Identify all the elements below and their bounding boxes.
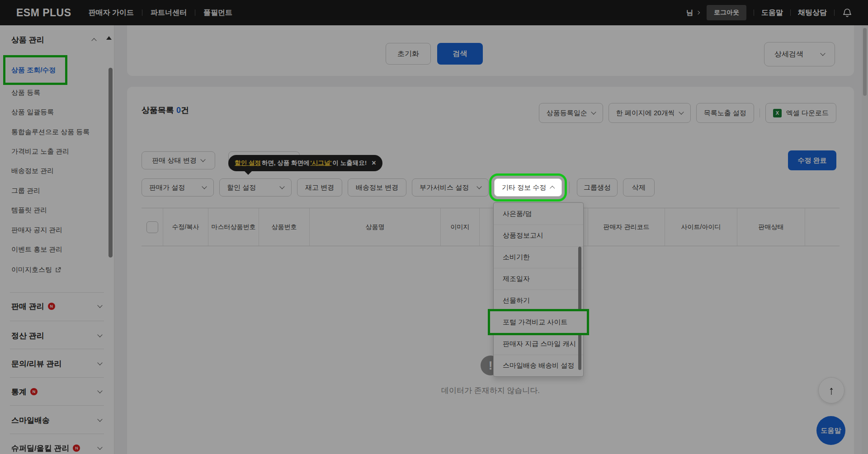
- divider: [790, 9, 791, 16]
- edit-complete-button[interactable]: 수정 완료: [788, 150, 836, 170]
- sidebar-item-group-mgmt[interactable]: 그룹 관리: [11, 184, 40, 197]
- page-scrollbar-track: [862, 25, 868, 454]
- chevron-down-icon: [97, 388, 102, 393]
- chevron-down-icon: [820, 51, 825, 56]
- empty-state: ! 데이터가 존재하지 않습니다.: [142, 356, 840, 396]
- menu-item-smile-delivery-fee[interactable]: 스마일배송 배송비 설정: [494, 355, 583, 376]
- stock-change-button[interactable]: 재고 변경: [297, 178, 342, 197]
- menu-item-product-info-notice[interactable]: 상품정보고시: [494, 225, 583, 246]
- search-button[interactable]: 검색: [437, 43, 483, 65]
- col-edit-copy: 수정/복사: [163, 208, 208, 246]
- menu-item-expiration-date[interactable]: 소비기한: [494, 246, 583, 268]
- divider: [10, 349, 104, 349]
- menu-scrollbar[interactable]: [578, 247, 581, 370]
- sidebar-item-seller-notice[interactable]: 판매자 공지 관리: [11, 224, 62, 236]
- sidebar-item-product-search-edit[interactable]: 상품 조회/수정: [5, 57, 65, 83]
- sidebar-section-smile-delivery[interactable]: 스마일배송: [11, 411, 102, 429]
- empty-message: 데이터가 존재하지 않습니다.: [142, 385, 840, 396]
- nav-partner-center[interactable]: 파트너센터: [151, 8, 187, 18]
- col-image: 이미지: [441, 208, 480, 246]
- app-logo[interactable]: ESM PLUS: [16, 7, 71, 19]
- menu-item-manufacture-date[interactable]: 제조일자: [494, 268, 583, 290]
- product-list-panel: 상품목록 0건 상품등록일순 한 페이지에 20개씩 목록노출 설정 X 엑셀 …: [127, 87, 854, 454]
- product-table-header: 수정/복사 마스터상품번호 상품번호 상품명 이미지 판매자 관리코드 사이트/…: [142, 208, 840, 246]
- sidebar-item-image-hosting[interactable]: 이미지호스팅: [11, 263, 61, 276]
- sidebar-item-shipping-info[interactable]: 배송정보 관리: [11, 164, 54, 177]
- sidebar-scroll-up-icon[interactable]: [106, 36, 112, 40]
- sidebar-section-statistics[interactable]: 통계 N: [11, 383, 102, 401]
- column-settings-button[interactable]: 목록노출 설정: [696, 103, 754, 123]
- group-create-button[interactable]: 그룹생성: [577, 178, 618, 197]
- menu-item-seller-smile-cash[interactable]: 판매자 지급 스마일 캐시: [494, 333, 583, 355]
- divider: [754, 9, 754, 16]
- menu-item-gift-extra[interactable]: 사은품/덤: [494, 203, 583, 225]
- new-badge: N: [48, 303, 55, 310]
- shipping-info-change-button[interactable]: 배송정보 변경: [348, 178, 406, 197]
- nav-seller-guide[interactable]: 판매자 가이드: [89, 8, 134, 18]
- floating-help-button[interactable]: 도움말: [816, 416, 845, 445]
- external-link-icon: [55, 267, 61, 273]
- col-sale-status: 판매상태: [737, 208, 805, 246]
- sidebar-item-bulk-register[interactable]: 상품 일괄등록: [11, 106, 54, 118]
- chevron-down-icon: [279, 184, 284, 189]
- logout-button[interactable]: 로그아웃: [707, 5, 746, 20]
- col-master-product-no: 마스터상품번호: [208, 208, 259, 246]
- account-menu[interactable]: 님: [686, 9, 699, 17]
- sidebar-section-settlement-mgmt[interactable]: 정산 관리: [11, 327, 102, 345]
- scroll-to-top-button[interactable]: ↑: [818, 377, 844, 403]
- col-product-name: 상품명: [310, 208, 441, 246]
- sidebar-item-product-register[interactable]: 상품 등록: [11, 86, 40, 99]
- sidebar-section-inquiry-review[interactable]: 문의/리뷰 관리: [11, 355, 102, 373]
- chevron-right-icon: [696, 11, 700, 14]
- up-arrow-icon: ↑: [829, 384, 835, 398]
- delete-button[interactable]: 삭제: [623, 178, 655, 197]
- other-info-edit-select[interactable]: 기타 정보 수정: [494, 178, 562, 197]
- sidebar: 상품 관리 상품 조회/수정 상품 등록 상품 일괄등록 통합솔루션으로 상품 …: [0, 25, 114, 454]
- page-scrollbar[interactable]: [863, 28, 867, 96]
- sidebar-item-price-compare-exposure[interactable]: 가격비교 노출 관리: [11, 145, 69, 158]
- divider: [10, 292, 104, 293]
- notification-bell-icon[interactable]: [842, 7, 853, 18]
- sidebar-item-template-mgmt[interactable]: 템플릿 관리: [11, 204, 47, 216]
- col-filler: [805, 208, 840, 246]
- discount-signal-tooltip: 할인 설정하면, 상품 화면에 '시그널'이 노출돼요! ×: [228, 155, 382, 171]
- chevron-down-icon: [97, 303, 102, 308]
- discount-setting-link[interactable]: 할인 설정: [235, 159, 261, 167]
- chat-support-link[interactable]: 채팅상담: [798, 8, 827, 18]
- other-info-dropdown-menu: 사은품/덤 상품정보고시 소비기한 제조일자 선물하기 포털 가격비교 사이트 …: [493, 202, 584, 377]
- sidebar-scrollbar[interactable]: [108, 68, 113, 257]
- price-setting-select[interactable]: 판매가 설정: [142, 178, 214, 197]
- reset-button[interactable]: 초기화: [386, 43, 431, 65]
- bulk-edit-toolbar: 판매가 설정 할인 설정 재고 변경 배송정보 변경 부가서비스 설정 기타 정…: [142, 178, 655, 197]
- divider: [569, 182, 570, 193]
- help-link[interactable]: 도움말: [761, 8, 783, 18]
- nav-fulfillment[interactable]: 풀필먼트: [203, 8, 232, 18]
- tooltip-close-icon[interactable]: ×: [372, 159, 376, 167]
- excel-download-button[interactable]: X 엑셀 다운로드: [765, 103, 836, 123]
- chevron-down-icon: [200, 157, 205, 162]
- list-title-label: 상품목록: [142, 106, 174, 115]
- page-size-select[interactable]: 한 페이지에 20개씩: [609, 103, 691, 123]
- menu-item-gifting[interactable]: 선물하기: [494, 290, 583, 311]
- sort-order-select[interactable]: 상품등록일순: [539, 103, 603, 123]
- new-badge: N: [73, 445, 80, 452]
- select-all-checkbox[interactable]: [146, 221, 158, 233]
- account-label: 님: [686, 9, 693, 17]
- sidebar-section-superdeal-allkill[interactable]: 슈퍼딜/올킬 관리 N: [11, 439, 102, 454]
- detail-search-toggle[interactable]: 상세검색: [764, 42, 835, 66]
- chevron-down-icon: [97, 332, 102, 337]
- sidebar-item-integrated-solution[interactable]: 통합솔루션으로 상품 등록: [11, 126, 90, 138]
- header-right: 님 로그아웃 도움말 채팅상담: [686, 5, 868, 20]
- sidebar-item-event-promo[interactable]: 이벤트 홍보 관리: [11, 243, 62, 256]
- sidebar-group-label: 상품 관리: [11, 35, 44, 45]
- sale-status-change-select[interactable]: 판매 상태 변경: [142, 151, 215, 169]
- addon-service-select[interactable]: 부가서비스 설정: [412, 178, 489, 197]
- sidebar-section-sales-mgmt[interactable]: 판매 관리 N: [11, 297, 102, 315]
- divider: [10, 434, 104, 434]
- divider: [10, 321, 104, 321]
- sidebar-group-product-mgmt[interactable]: 상품 관리: [11, 33, 96, 46]
- divider: [10, 377, 104, 378]
- menu-item-portal-price-compare[interactable]: 포털 가격비교 사이트: [490, 311, 587, 333]
- divider: [760, 108, 760, 117]
- discount-setting-select[interactable]: 할인 설정: [219, 178, 292, 197]
